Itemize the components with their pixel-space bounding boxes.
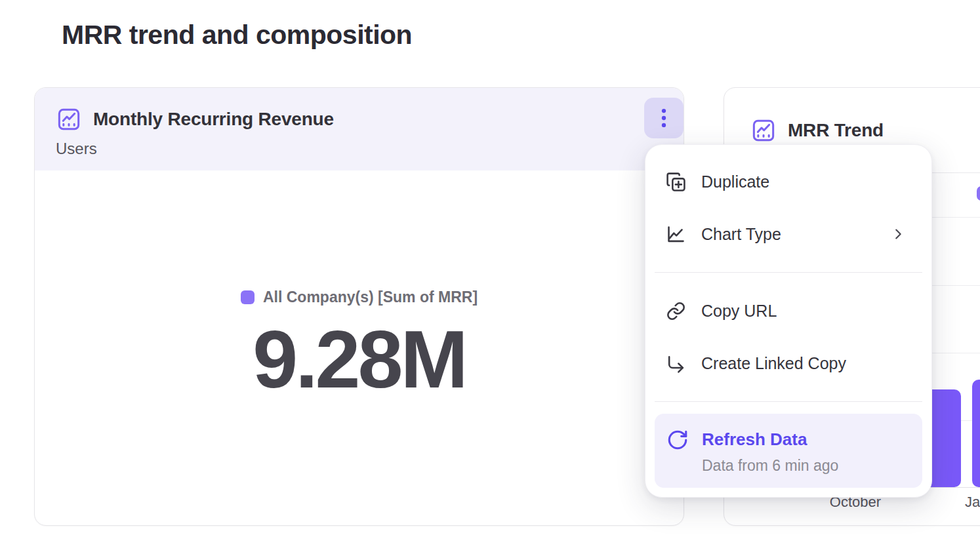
menu-item-duplicate[interactable]: Duplicate	[645, 155, 931, 208]
mrr-card-subtitle: Users	[56, 140, 664, 158]
x-tick-january: Ja	[965, 494, 980, 511]
mrr-value: 9.28M	[253, 311, 466, 407]
menu-divider	[655, 272, 922, 273]
menu-item-copy-url[interactable]: Copy URL	[645, 285, 931, 337]
refresh-icon	[666, 429, 689, 451]
bar-january[interactable]	[972, 380, 980, 487]
menu-item-label: Copy URL	[701, 302, 905, 321]
menu-item-refresh-data[interactable]: Refresh Data Data from 6 min ago	[655, 414, 922, 488]
menu-divider	[655, 401, 922, 402]
menu-item-label: Duplicate	[701, 172, 905, 191]
menu-item-create-linked-copy[interactable]: Create Linked Copy	[645, 337, 931, 389]
chart-trend-icon	[56, 106, 82, 132]
card-options-button[interactable]	[644, 98, 684, 138]
corner-down-right-icon	[666, 353, 686, 374]
legend-swatch	[241, 290, 255, 304]
kebab-icon	[654, 107, 674, 129]
chevron-right-icon	[891, 227, 905, 241]
chart-trend-icon	[750, 117, 777, 144]
mrr-card-header: Monthly Recurring Revenue Users	[35, 88, 684, 170]
menu-item-label: Chart Type	[701, 225, 876, 244]
legend-label: All Company(s) [Sum of MRR]	[263, 288, 478, 306]
link-icon	[666, 301, 686, 321]
legend: All Company(s) [Sum of MRR]	[241, 288, 478, 306]
card-context-menu: Duplicate Chart Type Copy URL	[645, 144, 932, 498]
page-title: MRR trend and composition	[62, 20, 412, 50]
menu-item-label: Refresh Data	[702, 429, 838, 449]
duplicate-icon	[666, 172, 686, 192]
menu-item-chart-type[interactable]: Chart Type	[645, 208, 931, 260]
refresh-data-age: Data from 6 min ago	[702, 456, 838, 475]
menu-item-label: Create Linked Copy	[701, 354, 905, 373]
mrr-card-body: All Company(s) [Sum of MRR] 9.28M	[35, 170, 684, 525]
trend-legend-swatch	[977, 186, 980, 201]
mrr-card-title: Monthly Recurring Revenue	[93, 109, 334, 130]
mrr-card: Monthly Recurring Revenue Users All Comp…	[34, 87, 684, 526]
trend-card-title: MRR Trend	[788, 120, 884, 141]
chart-type-icon	[666, 224, 686, 245]
